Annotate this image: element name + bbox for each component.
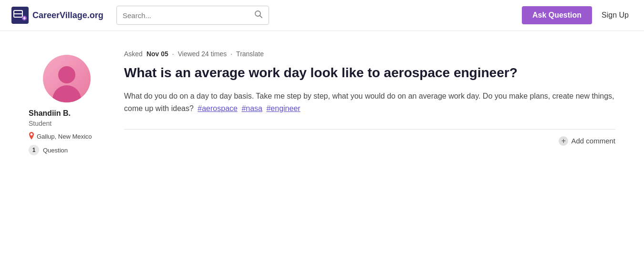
add-comment-area: + Add comment [124,130,615,146]
search-bar[interactable] [116,6,269,25]
add-comment-button[interactable]: + Add comment [559,136,615,146]
logo-area: CareerVillage.org [11,7,116,24]
tag-nasa[interactable]: #nasa [241,104,262,112]
add-comment-label: Add comment [571,137,615,145]
user-location-text: Gallup, New Mexico [37,133,92,140]
avatar [43,55,91,102]
translate-link[interactable]: Translate [236,50,264,58]
meta-date: Nov 05 [146,50,168,58]
user-sidebar: Shandiin B. Student Gallup, New Mexico 1… [29,50,105,155]
search-icon [254,10,263,20]
svg-line-7 [260,16,262,18]
avatar-body [52,85,81,102]
avatar-person [43,55,91,102]
logo-icon [11,7,29,24]
user-role: Student [29,120,52,127]
user-questions: 1 Question [29,145,68,155]
tag-engineer[interactable]: #engineer [266,104,300,112]
question-title: What is an average work day look like to… [124,64,615,81]
tag-aerospace[interactable]: #aerospace [197,104,238,112]
question-tags: #aerospace #nasa #engineer [196,104,300,112]
meta-separator-1: · [172,50,174,58]
main-content: Shandiin B. Student Gallup, New Mexico 1… [0,31,644,174]
ask-question-button[interactable]: Ask Question [522,6,592,24]
question-count: 1 [29,145,39,155]
meta-viewed: Viewed 24 times [178,50,227,58]
meta-asked: Asked [124,50,143,58]
question-area: Asked Nov 05 · Viewed 24 times · Transla… [124,50,615,155]
meta-separator-2: · [230,50,232,58]
logo-text: CareerVillage.org [32,10,104,20]
header: CareerVillage.org Ask Question Sign Up [0,0,644,31]
location-pin-icon [29,132,34,141]
user-location: Gallup, New Mexico [29,132,92,141]
avatar-head [58,66,75,83]
plus-icon: + [559,136,568,146]
question-meta: Asked Nov 05 · Viewed 24 times · Transla… [124,50,615,58]
question-body: What do you do on a day to day basis. Ta… [124,90,615,114]
question-label: Question [43,147,68,154]
search-input[interactable] [123,11,254,20]
user-name: Shandiin B. [29,109,71,118]
sign-up-link[interactable]: Sign Up [602,11,629,20]
